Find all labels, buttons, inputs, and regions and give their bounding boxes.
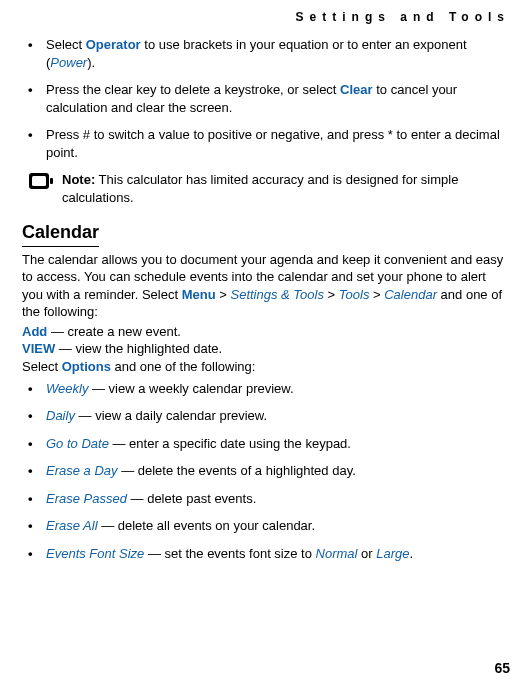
top-bullet-list: Select Operator to use brackets in your …	[22, 36, 510, 161]
list-item: Press # to switch a value to positive or…	[22, 126, 510, 161]
text: Select	[22, 359, 62, 374]
sep: >	[369, 287, 384, 302]
note-block: Note: This calculator has limited accura…	[28, 171, 510, 206]
opt-name: Go to Date	[46, 436, 109, 451]
list-item: Weekly — view a weekly calendar preview.	[22, 380, 510, 398]
text: and one of the following:	[111, 359, 256, 374]
running-header: Settings and Tools	[22, 10, 510, 24]
options-label: Options	[62, 359, 111, 374]
opt-name: Events Font Size	[46, 546, 144, 561]
text: — create a new event.	[47, 324, 181, 339]
note-text: Note: This calculator has limited accura…	[62, 171, 510, 206]
line-select-options: Select Options and one of the following:	[22, 358, 510, 376]
highlight-operator: Operator	[86, 37, 141, 52]
line-view: VIEW — view the highlighted date.	[22, 340, 510, 358]
path-tools: Tools	[339, 287, 370, 302]
text: or	[357, 546, 376, 561]
opt-desc: — delete the events of a highlighted day…	[118, 463, 356, 478]
opt-name: Erase All	[46, 518, 98, 533]
sep: >	[324, 287, 339, 302]
opt-desc: — view a weekly calendar preview.	[88, 381, 293, 396]
section-heading-calendar: Calendar	[22, 220, 99, 246]
text: .	[410, 546, 414, 561]
opt-desc: — view a daily calendar preview.	[75, 408, 267, 423]
list-item: Daily — view a daily calendar preview.	[22, 407, 510, 425]
sep: >	[216, 287, 231, 302]
menu-label: Menu	[182, 287, 216, 302]
path-settings-tools: Settings & Tools	[230, 287, 323, 302]
options-list: Weekly — view a weekly calendar preview.…	[22, 380, 510, 563]
svg-rect-1	[32, 176, 46, 186]
text: — view the highlighted date.	[55, 341, 222, 356]
opt-desc: — delete all events on your calendar.	[98, 518, 316, 533]
list-item: Erase All — delete all events on your ca…	[22, 517, 510, 535]
list-item: Go to Date — enter a specific date using…	[22, 435, 510, 453]
opt-value-normal: Normal	[316, 546, 358, 561]
list-item: Press the clear key to delete a keystrok…	[22, 81, 510, 116]
list-item: Erase Passed — delete past events.	[22, 490, 510, 508]
note-label: Note:	[62, 172, 95, 187]
opt-name: Erase Passed	[46, 491, 127, 506]
note-body: This calculator has limited accuracy and…	[62, 172, 458, 205]
list-item: Select Operator to use brackets in your …	[22, 36, 510, 71]
highlight-power: Power	[50, 55, 87, 70]
opt-name: Weekly	[46, 381, 88, 396]
body: Select Operator to use brackets in your …	[22, 36, 510, 562]
text: — set the events font size to	[144, 546, 315, 561]
calendar-intro: The calendar allows you to document your…	[22, 251, 510, 321]
opt-name: Daily	[46, 408, 75, 423]
page-number: 65	[494, 660, 510, 676]
opt-value-large: Large	[376, 546, 409, 561]
text: Press the clear key to delete a keystrok…	[46, 82, 340, 97]
add-label: Add	[22, 324, 47, 339]
opt-desc: — enter a specific date using the keypad…	[109, 436, 351, 451]
opt-desc: — delete past events.	[127, 491, 256, 506]
list-item: Events Font Size — set the events font s…	[22, 545, 510, 563]
view-label: VIEW	[22, 341, 55, 356]
list-item: Erase a Day — delete the events of a hig…	[22, 462, 510, 480]
note-icon	[28, 171, 54, 193]
line-add: Add — create a new event.	[22, 323, 510, 341]
text: Press # to switch a value to positive or…	[46, 127, 500, 160]
svg-rect-2	[50, 178, 53, 184]
page: Settings and Tools Select Operator to us…	[0, 0, 532, 684]
opt-name: Erase a Day	[46, 463, 118, 478]
path-calendar: Calendar	[384, 287, 437, 302]
highlight-clear: Clear	[340, 82, 373, 97]
text: Select	[46, 37, 86, 52]
text: ).	[87, 55, 95, 70]
